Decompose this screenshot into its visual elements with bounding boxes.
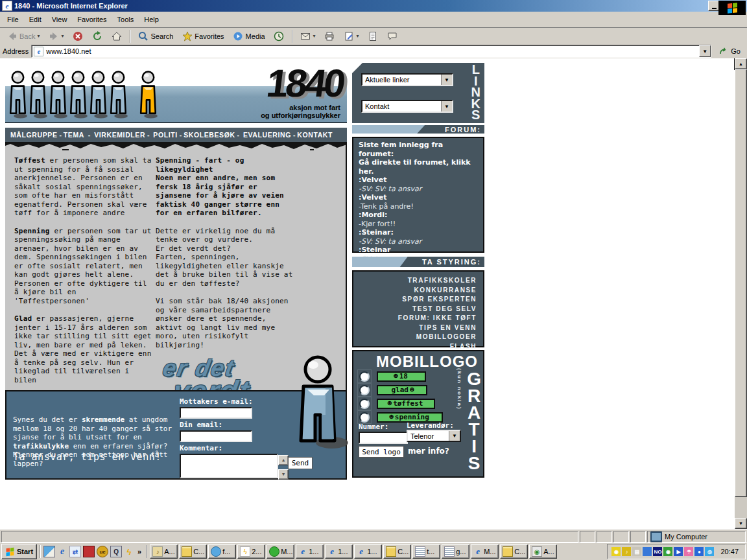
window-titlebar[interactable]: e 1840 - Microsoft Internet Explorer × — [0, 0, 747, 12]
mer-info-link[interactable]: mer info? — [408, 447, 449, 456]
nav-link[interactable]: SKOLEBESØK — [184, 131, 235, 139]
kontakt-dropdown[interactable]: Kontakt ▼ — [361, 100, 453, 113]
scroll-down-button[interactable]: ▼ — [735, 518, 747, 529]
logo-radio-button[interactable] — [359, 371, 370, 382]
refresh-button[interactable] — [88, 28, 107, 45]
dropdown-arrow-icon[interactable]: ▼ — [449, 431, 460, 441]
tray-icon[interactable]: ◉ — [611, 547, 621, 556]
nav-link[interactable]: KONTAKT — [297, 131, 333, 139]
menu-item[interactable]: Help — [139, 14, 163, 25]
tray-icon[interactable]: ☂ — [684, 547, 693, 556]
edit-button[interactable]: ▾ — [340, 28, 363, 45]
sidebar-link[interactable]: SPØR EKSPERTEN — [353, 295, 477, 305]
mail-button[interactable]: ▾ — [296, 28, 320, 45]
favorites-button[interactable]: Favorites — [178, 28, 228, 45]
quick-launch-overflow-chevron[interactable]: » — [136, 548, 143, 555]
task-button[interactable]: t... — [412, 544, 440, 559]
quick-launch-icon[interactable]: ϟ — [124, 546, 134, 557]
tray-icon[interactable]: ◉ — [663, 547, 672, 556]
page-scrollbar[interactable]: ▲ ▼ — [735, 58, 747, 529]
leverandor-dropdown[interactable]: Telenor ▼ — [407, 430, 461, 442]
go-button[interactable]: Go — [714, 46, 744, 57]
address-url[interactable]: www.1840.net — [46, 47, 696, 55]
sidebar-link[interactable]: TEST DEG SELV — [353, 305, 477, 314]
search-button[interactable]: Search — [134, 28, 178, 45]
stop-button[interactable] — [69, 28, 88, 45]
scrollbar-thumb[interactable] — [735, 69, 747, 497]
menu-item[interactable]: View — [47, 14, 72, 25]
scroll-up-icon[interactable]: ▲ — [278, 455, 289, 465]
comment-field[interactable]: ▲ ▼ — [180, 454, 278, 478]
tray-icon[interactable]: ♪ — [622, 547, 631, 556]
nav-link[interactable]: POLITI — [153, 131, 177, 139]
sidebar-link[interactable]: TRAFIKKSKOLER — [353, 276, 477, 286]
history-button[interactable] — [270, 28, 289, 45]
task-button[interactable]: e 1... — [296, 544, 324, 559]
forum-post[interactable]: :Steinar: -SV: SV: ta ansvar — [359, 228, 478, 246]
nav-link[interactable]: EVALUERING — [243, 131, 291, 139]
home-button[interactable] — [108, 28, 126, 45]
logo-radio-button[interactable] — [359, 399, 370, 409]
forum-post[interactable]: :Velvet -SV: SV: ta ansvar — [359, 176, 478, 193]
document-button[interactable] — [364, 28, 383, 45]
tray-icon[interactable]: ● — [694, 547, 704, 556]
sender-email-field[interactable] — [180, 430, 252, 442]
task-button[interactable]: C... — [179, 544, 207, 559]
tray-icon[interactable] — [643, 547, 652, 556]
forum-subtitle[interactable]: Gå direkte til forumet, klikk her. — [359, 158, 478, 176]
start-button[interactable]: Start — [1, 544, 37, 559]
send-logo-button[interactable]: Send logo — [359, 446, 404, 458]
quick-launch-icon[interactable]: Q — [110, 546, 122, 557]
comment-scrollbar[interactable]: ▲ ▼ — [278, 455, 289, 480]
task-button[interactable]: C... — [383, 544, 411, 559]
back-button[interactable]: Back ▾ — [3, 28, 43, 45]
tray-icon[interactable]: ▤ — [632, 547, 641, 556]
quick-launch-icon[interactable]: ue — [97, 546, 108, 557]
tray-icon[interactable]: NO — [653, 547, 662, 556]
sidebar-link[interactable]: KONKURRANSE — [353, 286, 477, 296]
dropdown-arrow-icon[interactable]: ▼ — [441, 101, 452, 111]
media-button[interactable]: Media — [229, 28, 269, 45]
task-button[interactable]: e M... — [471, 544, 499, 559]
forum-post[interactable]: :Mordi: -Kjør fort!! — [359, 211, 478, 228]
dropdown-arrow-icon[interactable]: ▼ — [441, 75, 452, 85]
tray-icon[interactable]: ◎ — [705, 547, 714, 556]
sidebar-link[interactable]: TIPS EN VENN — [353, 323, 477, 333]
quick-launch-icon[interactable] — [83, 546, 95, 557]
task-button[interactable]: M... — [267, 544, 294, 559]
quick-launch-icon[interactable]: e — [57, 546, 67, 557]
task-button[interactable]: ♪ A... — [150, 544, 178, 559]
sidebar-link[interactable]: FORUM: IKKE TØFT — [353, 314, 477, 323]
forum-post[interactable]: :Velvet -Tenk på andre! — [359, 193, 478, 211]
address-dropdown-button[interactable]: ▼ — [699, 45, 711, 57]
menu-item[interactable]: File — [3, 14, 23, 25]
task-button[interactable]: ϟ 2... — [237, 544, 265, 559]
recipient-email-field[interactable] — [180, 407, 252, 419]
logo-radio-button[interactable] — [359, 412, 370, 423]
sidebar-link[interactable]: MOBILLOGOER — [353, 332, 477, 342]
nav-link[interactable]: MÅLGRUPPE — [10, 131, 58, 139]
logo-radio-button[interactable] — [359, 385, 370, 395]
print-button[interactable] — [320, 28, 339, 45]
quick-launch-icon[interactable] — [43, 546, 55, 557]
menu-item[interactable]: Tools — [113, 14, 139, 25]
task-button[interactable]: e 1... — [354, 544, 382, 559]
tray-icon[interactable]: ▶ — [674, 547, 683, 556]
send-button[interactable]: Send — [288, 457, 313, 469]
discuss-button[interactable] — [383, 28, 402, 45]
task-button[interactable]: g... — [442, 544, 469, 559]
forward-button[interactable]: ▾ — [44, 28, 67, 45]
nav-link[interactable]: TEMA — [64, 131, 84, 139]
aktuelle-linker-dropdown[interactable]: Aktuelle linker ▼ — [361, 73, 453, 86]
task-button[interactable]: f... — [208, 544, 236, 559]
task-button[interactable]: e 1... — [325, 544, 353, 559]
menu-item[interactable]: Edit — [25, 14, 46, 25]
menu-item[interactable]: Favorites — [73, 14, 111, 25]
task-button[interactable]: ◉ A... — [529, 544, 557, 559]
quick-launch-icon[interactable]: ⇄ — [69, 546, 81, 557]
scroll-up-button[interactable]: ▲ — [735, 58, 747, 69]
nummer-field[interactable] — [359, 432, 408, 444]
task-button[interactable]: C... — [500, 544, 528, 559]
nav-link[interactable]: VIRKEMIDLER — [94, 131, 145, 139]
scroll-down-icon[interactable]: ▼ — [278, 469, 289, 480]
